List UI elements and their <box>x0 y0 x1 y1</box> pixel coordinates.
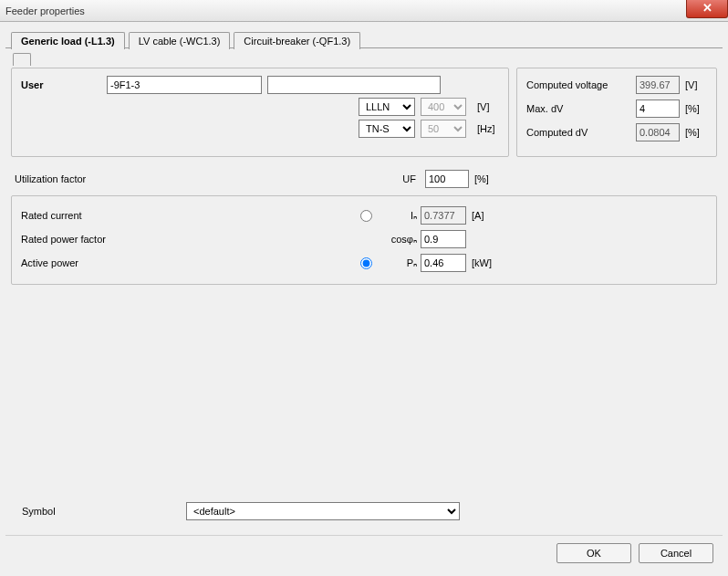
rated-current-symbol: Iₙ <box>380 210 421 222</box>
close-button[interactable]: ✕ <box>686 0 728 18</box>
active-power-symbol: Pₙ <box>380 257 421 269</box>
computed-dv-unit: [%] <box>685 127 707 138</box>
rated-current-value <box>421 206 466 225</box>
button-bar: OK Cancel <box>5 535 723 571</box>
user-desc-input[interactable] <box>267 76 441 94</box>
max-dv-input[interactable] <box>636 99 680 118</box>
rated-current-unit: [A] <box>472 210 499 221</box>
user-id-input[interactable] <box>107 76 262 94</box>
ok-button[interactable]: OK <box>556 543 631 563</box>
max-dv-label: Max. dV <box>526 103 636 114</box>
rated-current-label: Rated current <box>21 210 349 221</box>
utilization-row: Utilization factor UF [%] <box>11 170 717 188</box>
tab-generic-load[interactable]: Generic load (-L1.3) <box>11 32 125 49</box>
max-dv-unit: [%] <box>685 103 707 114</box>
active-power-unit: [kW] <box>472 257 499 268</box>
titlebar: Feeder properties ✕ <box>0 0 728 22</box>
computed-group: Computed voltage [V] Max. dV [%] Compute… <box>516 68 717 157</box>
symbol-select[interactable]: <default> <box>186 502 460 520</box>
symbol-row: Symbol <default> <box>11 497 717 529</box>
voltage-unit: [V] <box>477 101 499 112</box>
group-tab-icon <box>13 53 31 66</box>
symbol-label: Symbol <box>22 506 186 517</box>
freq-unit: [Hz] <box>477 123 499 134</box>
close-icon: ✕ <box>702 1 712 15</box>
utilization-symbol: UF <box>361 173 416 184</box>
window-title: Feeder properties <box>5 5 85 16</box>
utilization-input[interactable] <box>425 170 469 188</box>
rated-pf-input[interactable] <box>421 230 466 248</box>
rated-pf-symbol: cosφₙ <box>380 234 421 246</box>
rated-pf-label: Rated power factor <box>21 234 349 245</box>
active-power-label: Active power <box>21 257 349 268</box>
active-power-input[interactable] <box>421 254 466 272</box>
tab-bar: Generic load (-L1.3) LV cable (-WC1.3) C… <box>11 31 723 48</box>
tab-circuit-breaker[interactable]: Circuit-breaker (-QF1.3) <box>234 32 360 49</box>
computed-voltage-unit: [V] <box>685 79 707 90</box>
rated-group: Rated current Iₙ [A] Rated power factor … <box>11 195 717 285</box>
computed-dv-value <box>636 123 680 141</box>
earth-system-select[interactable]: TN-S <box>359 120 415 138</box>
computed-dv-label: Computed dV <box>526 127 636 138</box>
computed-voltage-label: Computed voltage <box>526 79 636 90</box>
rated-current-radio[interactable] <box>360 210 372 222</box>
user-label: User <box>21 79 107 90</box>
user-group: User LLLN 400 [V] <box>11 68 509 157</box>
active-power-radio[interactable] <box>360 257 372 269</box>
freq-select: 50 <box>421 120 466 138</box>
voltage-select: 400 <box>421 98 466 116</box>
computed-voltage-value <box>636 76 680 94</box>
utilization-unit: [%] <box>474 173 496 184</box>
utilization-label: Utilization factor <box>15 173 361 184</box>
tab-lv-cable[interactable]: LV cable (-WC1.3) <box>129 32 231 49</box>
cancel-button[interactable]: Cancel <box>639 543 713 563</box>
phase-system-select[interactable]: LLLN <box>359 98 415 116</box>
